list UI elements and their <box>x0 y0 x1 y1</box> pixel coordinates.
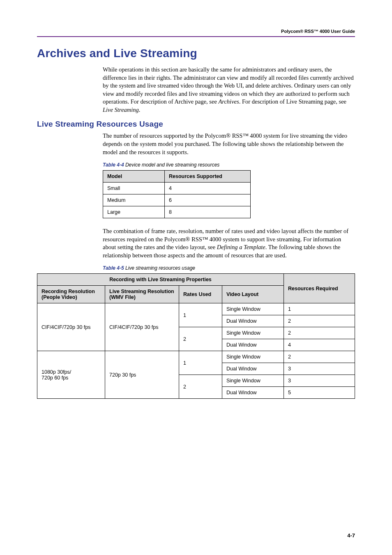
table-row: Model Resources Supported <box>103 171 251 183</box>
cell-live: CIF/4CIF/720p 30 fps <box>105 303 179 351</box>
th-model: Model <box>103 171 165 183</box>
table-4-5-caption: Table 4-5 Live streaming resources usage <box>103 265 355 271</box>
intro-paragraph: While operations in this section are bas… <box>103 66 355 114</box>
resources-paragraph: The number of resources supported by the… <box>103 132 355 156</box>
subsection-heading: Live Streaming Resources Usage <box>37 120 355 129</box>
table-4-5: Recording with Live Streaming Properties… <box>37 273 355 399</box>
th-req: Resources Required <box>284 274 355 303</box>
cell-rates: 2 <box>179 327 222 351</box>
table-4-4: Model Resources Supported Small 4 Medium… <box>103 170 251 218</box>
link-archives[interactable]: Archives <box>218 98 239 105</box>
table-row: Small 4 <box>103 183 251 194</box>
caption-rest: Device model and live streaming resource… <box>124 162 220 168</box>
page-number: 4-7 <box>347 532 355 539</box>
cell-req: 3 <box>284 375 355 387</box>
cell-model: Large <box>103 206 165 218</box>
cell-req: 4 <box>284 339 355 351</box>
th-rec: Recording Resolution (People Video) <box>37 286 105 303</box>
cell-layout: Single Window <box>222 303 284 315</box>
cell-layout: Dual Window <box>222 363 284 375</box>
cell-live: 720p 30 fps <box>105 351 179 399</box>
cell-rec: CIF/4CIF/720p 30 fps <box>37 303 105 351</box>
cell-layout: Single Window <box>222 351 284 363</box>
th-top: Recording with Live Streaming Properties <box>37 274 284 286</box>
table-4-4-caption: Table 4-4 Device model and live streamin… <box>103 162 355 168</box>
running-head: Polycom® RSS™ 4000 User Guide <box>37 29 355 34</box>
cell-model: Small <box>103 183 165 194</box>
cell-req: 2 <box>284 351 355 363</box>
th-resources: Resources Supported <box>165 171 251 183</box>
header-rule <box>37 36 355 37</box>
th-live: Live Streaming Resolution (WMV File) <box>105 286 179 303</box>
cell-layout: Single Window <box>222 327 284 339</box>
cell-req: 5 <box>284 387 355 399</box>
cell-req: 2 <box>284 315 355 327</box>
cell-req: 2 <box>284 327 355 339</box>
th-layout: Video Layout <box>222 286 284 303</box>
link-live-streaming[interactable]: Live Streaming <box>103 106 139 113</box>
table-row: CIF/4CIF/720p 30 fps CIF/4CIF/720p 30 fp… <box>37 303 355 315</box>
caption-lead: Table 4-5 <box>103 265 124 271</box>
combination-paragraph: The combination of frame rate, resolutio… <box>103 227 355 259</box>
caption-rest: Live streaming resources usage <box>124 265 195 271</box>
cell-res: 8 <box>165 206 251 218</box>
cell-layout: Dual Window <box>222 339 284 351</box>
cell-rates: 2 <box>179 375 222 399</box>
cell-rec: 1080p 30fps/ 720p 60 fps <box>37 351 105 399</box>
table-row: Medium 6 <box>103 194 251 206</box>
intro-text-end: . <box>139 106 141 113</box>
intro-text-mid: . For description of Live Streaming page… <box>239 98 346 105</box>
cell-model: Medium <box>103 194 165 206</box>
table-row: Large 8 <box>103 206 251 218</box>
cell-rates: 1 <box>179 303 222 327</box>
cell-req: 3 <box>284 363 355 375</box>
cell-res: 4 <box>165 183 251 194</box>
cell-rates: 1 <box>179 351 222 375</box>
link-defining-template[interactable]: Defining a Template <box>217 244 265 250</box>
cell-layout: Dual Window <box>222 315 284 327</box>
section-heading: Archives and Live Streaming <box>37 47 355 60</box>
table-row: Recording with Live Streaming Properties… <box>37 274 355 286</box>
th-rates: Rates Used <box>179 286 222 303</box>
caption-lead: Table 4-4 <box>103 162 124 168</box>
cell-layout: Single Window <box>222 375 284 387</box>
cell-req: 1 <box>284 303 355 315</box>
cell-res: 6 <box>165 194 251 206</box>
cell-layout: Dual Window <box>222 387 284 399</box>
table-row: 1080p 30fps/ 720p 60 fps 720p 30 fps 1 S… <box>37 351 355 363</box>
